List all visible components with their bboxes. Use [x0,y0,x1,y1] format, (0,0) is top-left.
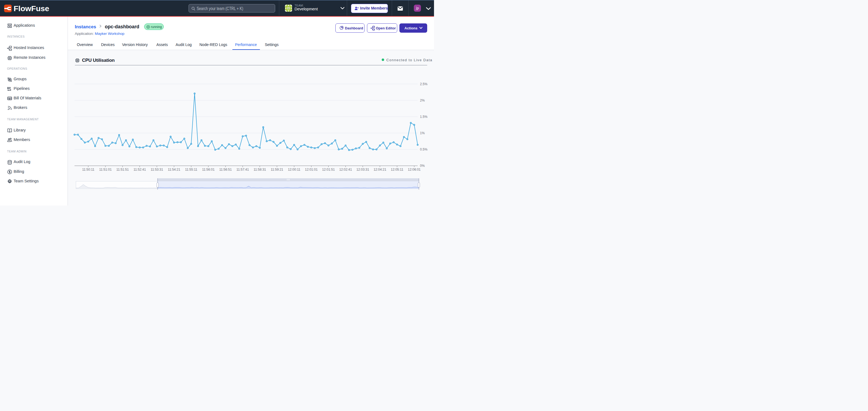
svg-text:11:56:01: 11:56:01 [202,168,215,171]
svg-text:12:01:51: 12:01:51 [322,168,335,171]
svg-text:2.5%: 2.5% [420,82,428,86]
svg-text:12:00:11: 12:00:11 [288,168,301,171]
svg-text:1%: 1% [420,131,425,135]
svg-text:11:57:41: 11:57:41 [237,168,249,171]
svg-text:12:03:31: 12:03:31 [356,168,369,171]
svg-text:11:56:51: 11:56:51 [219,168,232,171]
svg-text:11:55:11: 11:55:11 [185,168,197,171]
svg-text:12:02:41: 12:02:41 [339,168,352,171]
svg-text:11:58:31: 11:58:31 [254,168,266,171]
svg-text:12:06:01: 12:06:01 [408,168,421,171]
svg-text:11:53:31: 11:53:31 [151,168,163,171]
svg-text:11:50:11: 11:50:11 [82,168,94,171]
svg-text:1.5%: 1.5% [420,115,428,119]
svg-text:11:52:41: 11:52:41 [133,168,146,171]
svg-text:0.5%: 0.5% [420,147,428,151]
svg-text:11:51:51: 11:51:51 [116,168,129,171]
svg-text:11:54:21: 11:54:21 [168,168,180,171]
svg-text:12:04:21: 12:04:21 [374,168,386,171]
svg-text:0%: 0% [420,164,425,168]
svg-text:11:51:01: 11:51:01 [99,168,112,171]
svg-text:12:01:01: 12:01:01 [305,168,318,171]
svg-text:11:59:21: 11:59:21 [271,168,283,171]
svg-text:12:05:11: 12:05:11 [391,168,403,171]
svg-text:2%: 2% [420,99,425,102]
